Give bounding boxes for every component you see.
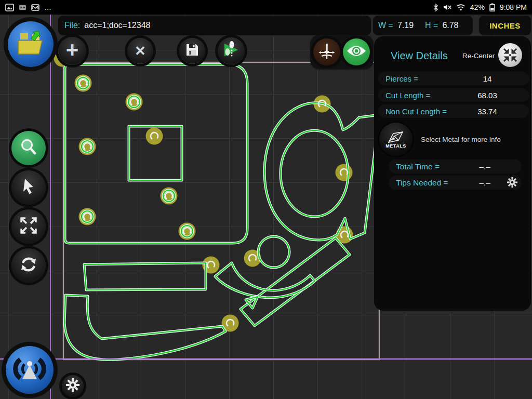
metals-prism-icon <box>387 130 405 144</box>
view-details-panel: View Details Re-Center Pierces = 14 Cut … <box>374 36 531 311</box>
height-value: 6.78 <box>442 21 458 30</box>
gmail-icon <box>31 4 39 11</box>
refresh-button[interactable] <box>11 248 46 283</box>
status-bar: … 42% 9:08 PM <box>0 0 532 15</box>
magnifier-icon <box>19 138 38 158</box>
app-screen: … 42% 9:08 PM File: acc=1;doc=12348 W = <box>0 0 532 399</box>
tips-settings-button[interactable] <box>507 177 517 190</box>
close-icon: ✕ <box>135 43 146 59</box>
cut-paths <box>64 64 379 360</box>
save-button[interactable] <box>179 38 205 64</box>
gear-icon <box>507 177 517 188</box>
cut-length-label: Cut Length = <box>385 91 430 100</box>
panel-title: View Details <box>391 50 448 62</box>
total-time-value: –.– <box>467 162 503 171</box>
units-button[interactable]: INCHES <box>479 16 531 35</box>
units-label: INCHES <box>489 21 521 30</box>
cursor-icon <box>21 178 36 197</box>
battery-percent: 42% <box>470 3 485 11</box>
file-value: acc=1;doc=12348 <box>84 21 150 30</box>
settings-button[interactable] <box>62 375 84 397</box>
width-label: W = <box>378 21 393 30</box>
stat-row-non-cut-length: Non Cut Length = 33.74 <box>378 104 529 118</box>
pierces-label: Pierces = <box>385 74 418 83</box>
metals-hint: Select Metal for more info <box>421 136 501 143</box>
gear-icon <box>66 378 79 394</box>
non-cut-length-label: Non Cut Length = <box>385 107 447 116</box>
metals-button[interactable]: METALS <box>379 123 413 156</box>
status-more: … <box>44 3 51 11</box>
add-part-button[interactable]: + <box>58 37 86 65</box>
center-arrows-icon <box>502 47 518 63</box>
tips-needed-label: Tips Needed = <box>396 178 448 188</box>
mute-icon <box>443 4 451 11</box>
stat-row-total-time: Total Time = –.– <box>389 159 522 174</box>
file-label: File: <box>64 21 80 30</box>
delete-button[interactable]: ✕ <box>127 38 153 64</box>
save-icon <box>185 43 200 59</box>
width-value: 7.19 <box>397 21 414 30</box>
zoom-button[interactable] <box>11 131 46 165</box>
stat-row-pierces: Pierces = 14 <box>378 72 529 85</box>
torch-position-icon <box>317 42 336 62</box>
photo-icon <box>5 4 14 11</box>
open-file-button[interactable] <box>8 21 54 67</box>
stat-row-tips-needed: Tips Needed = –.– <box>389 176 522 190</box>
total-time-label: Total Time = <box>396 162 440 171</box>
select-button[interactable] <box>11 170 46 205</box>
torch-position-button[interactable] <box>313 38 340 65</box>
open-folder-icon <box>15 29 46 59</box>
screenshot-icon <box>19 5 26 10</box>
pierces-value: 14 <box>464 74 511 83</box>
dimensions-bar: W = 7.19 H = 6.78 <box>373 16 473 35</box>
clock: 9:08 PM <box>500 3 527 11</box>
stat-row-cut-length: Cut Length = 68.03 <box>378 88 529 102</box>
refresh-icon <box>19 255 38 276</box>
tips-needed-value: –.– <box>467 178 503 188</box>
height-label: H = <box>425 21 438 30</box>
cut-length-value: 68.03 <box>464 91 511 100</box>
simulate-button[interactable] <box>218 37 245 64</box>
footsteps-icon <box>222 39 240 62</box>
non-cut-length-value: 33.74 <box>464 107 511 116</box>
file-bar: File: acc=1;doc=12348 <box>58 16 371 35</box>
recenter-label: Re-Center <box>462 52 495 60</box>
eye-icon <box>346 44 367 60</box>
fit-view-button[interactable] <box>11 209 46 244</box>
wifi-icon <box>456 4 466 11</box>
preview-button[interactable] <box>343 38 370 65</box>
recenter-button[interactable] <box>498 43 522 67</box>
bluetooth-icon <box>433 4 438 11</box>
antenna-icon <box>13 355 46 384</box>
expand-icon <box>19 216 38 237</box>
plus-icon: + <box>66 39 79 61</box>
metals-label: METALS <box>385 143 406 149</box>
battery-icon <box>489 3 495 11</box>
broadcast-button[interactable] <box>6 346 54 394</box>
